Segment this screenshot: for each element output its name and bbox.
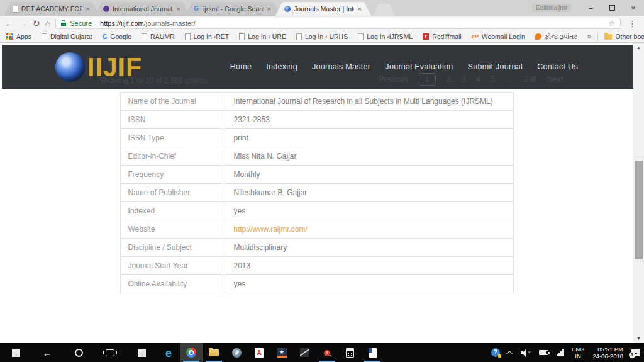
browser-menu-icon[interactable]: ⋮ xyxy=(626,19,639,28)
scroll-down-icon[interactable]: ▼ xyxy=(633,334,644,343)
bookmark-rediffmail[interactable]: rRediffmail xyxy=(423,33,462,40)
divider xyxy=(597,33,598,41)
forward-button[interactable]: → xyxy=(19,19,28,28)
file-explorer-button[interactable] xyxy=(203,343,225,362)
date-text: 24-06-2018 xyxy=(592,353,623,359)
browser-toolbar: ← → ↻ ⌂ Secure https://iijif.com/journal… xyxy=(0,16,644,31)
task-view-button[interactable] xyxy=(94,343,126,362)
calculator-button[interactable] xyxy=(338,343,361,362)
battery-icon[interactable] xyxy=(539,350,548,355)
pagination-page-236[interactable]: 236 xyxy=(524,75,536,84)
pagination-page-2[interactable]: 2 xyxy=(447,75,451,84)
other-bookmarks-label: Other bookmarks xyxy=(615,33,644,40)
row-value: Multidisciplinary xyxy=(226,238,513,256)
tab-close-icon[interactable]: × xyxy=(176,5,181,13)
tab-journals-master-active[interactable]: Journals Master | Interna × xyxy=(275,2,371,16)
pagination-page-1[interactable]: 1 xyxy=(419,73,436,86)
edge-button[interactable]: e xyxy=(157,343,180,362)
table-row: Name of PublisherNileshkumar B. Gajjar xyxy=(120,183,513,201)
network-signal-icon[interactable] xyxy=(557,349,564,356)
browser-profile-name[interactable]: Editorialjmr xyxy=(532,4,571,12)
tab-close-icon[interactable]: × xyxy=(267,5,272,13)
pagination-page-5[interactable]: 5 xyxy=(491,75,496,84)
back-button[interactable]: ← xyxy=(5,19,14,28)
bookmark-digital-gujarat[interactable]: Digital Gujarat xyxy=(42,33,92,40)
apps-shortcut[interactable]: Apps xyxy=(6,33,31,40)
bookmark-raumr[interactable]: RAUMR xyxy=(142,33,175,40)
bookmark-login-urhs[interactable]: Log In ‹ URHS xyxy=(296,33,348,40)
star-app-icon: ★ xyxy=(277,348,287,358)
maximize-button[interactable] xyxy=(601,0,623,16)
table-row: FrequencyMonthly xyxy=(120,165,513,183)
nav-contact-us[interactable]: Contact Us xyxy=(537,62,578,71)
start-button[interactable] xyxy=(0,343,31,362)
volume-muted-icon[interactable]: × xyxy=(521,349,531,356)
new-tab-button[interactable] xyxy=(374,4,395,16)
pinned-app-grid-button[interactable] xyxy=(126,343,157,362)
paint3d-button[interactable] xyxy=(225,343,248,362)
bookmark-login-ret[interactable]: Log In ‹RET xyxy=(185,33,230,40)
star-app-button[interactable]: ★ xyxy=(270,343,293,362)
bookmark-google[interactable]: GGoogle xyxy=(102,33,131,40)
address-bar[interactable]: Secure https://iijif.com/journals-master… xyxy=(55,18,621,29)
pagination-next[interactable]: Next xyxy=(547,75,563,84)
notification-count-badge: 1 xyxy=(629,352,635,358)
bookmark-font-converter[interactable]: ફોન્ટ રૂપાંતર xyxy=(535,33,577,41)
row-value: yes xyxy=(226,201,513,220)
nav-home[interactable]: Home xyxy=(230,62,252,71)
nav-journal-evaluation[interactable]: Journal Evaluation xyxy=(385,62,453,71)
language-indicator[interactable]: ENGIN xyxy=(572,346,585,359)
site-nav: Home Indexing Journals Master Journal Ev… xyxy=(230,62,578,71)
bookmark-label: Log In ‹ URHS xyxy=(305,33,348,40)
bookmark-webmail-login[interactable]: cPWebmail Login xyxy=(472,33,525,40)
tab-google-search[interactable]: G ijrsml - Google Search × xyxy=(185,2,280,16)
refresh-button[interactable]: ↻ xyxy=(33,19,40,28)
row-value: yes xyxy=(226,274,513,293)
tab-close-icon[interactable]: × xyxy=(86,5,91,13)
pagination-previous[interactable]: Previous xyxy=(379,75,408,84)
action-center-icon[interactable]: 1 xyxy=(631,349,640,356)
nav-indexing[interactable]: Indexing xyxy=(266,62,297,71)
minimize-button[interactable]: – xyxy=(580,0,601,16)
chrome-button[interactable] xyxy=(180,343,203,362)
tab-close-icon[interactable]: × xyxy=(357,5,362,13)
acrobat-button[interactable]: A xyxy=(248,343,270,362)
bookmark-login-ure[interactable]: Log In ‹ URE xyxy=(239,33,286,40)
tab-ret-academy[interactable]: RET ACADEMY FOR INTE × xyxy=(4,2,99,16)
cortana-icon xyxy=(75,349,83,357)
word-processor-button[interactable] xyxy=(361,343,384,362)
row-value: Monthly xyxy=(226,165,513,183)
website-link[interactable]: http://www.raijmr.com/ xyxy=(234,225,308,234)
font-converter-icon xyxy=(535,33,541,40)
bookmark-star-icon[interactable]: ☆ xyxy=(608,19,615,28)
folder-icon xyxy=(604,34,612,40)
dark-app-button[interactable] xyxy=(293,343,316,362)
other-bookmarks-button[interactable]: Other bookmarks xyxy=(604,33,644,40)
bookmark-login-ijrsml[interactable]: Log In ‹IJRSML xyxy=(358,33,413,40)
nav-journals-master[interactable]: Journals Master xyxy=(312,62,370,71)
home-button[interactable]: ⌂ xyxy=(45,19,50,28)
messaging-app-button[interactable]: 1 xyxy=(316,343,338,362)
row-label: ISSN xyxy=(120,110,226,128)
taskbar-back-button[interactable]: ← xyxy=(31,343,63,362)
pagination-page-3[interactable]: 3 xyxy=(461,75,465,84)
tab-title: ijrsml - Google Search xyxy=(203,5,264,13)
row-label: Editor-in-Chief xyxy=(120,147,226,165)
cortana-button[interactable] xyxy=(63,343,94,362)
tray-expand-icon[interactable] xyxy=(506,350,513,356)
tab-international-journal[interactable]: International Journal of R × xyxy=(94,2,190,16)
close-window-button[interactable]: × xyxy=(623,0,644,16)
clock[interactable]: 05:51 PM24-06-2018 xyxy=(592,346,623,359)
help-tray-icon[interactable]: ? xyxy=(491,348,500,357)
page-scrollbar[interactable]: ▲ ▼ xyxy=(633,43,644,343)
pagination-page-4[interactable]: 4 xyxy=(476,75,480,84)
dark-app-icon xyxy=(300,348,309,357)
bookmark-label: Log In ‹RET xyxy=(194,33,230,40)
bookmarks-overflow-icon[interactable]: » xyxy=(587,32,592,41)
table-row: Indexedyes xyxy=(120,201,513,220)
nav-submit-journal[interactable]: Submit Journal xyxy=(468,62,523,71)
scroll-up-icon[interactable]: ▲ xyxy=(633,43,644,52)
row-value: 2013 xyxy=(226,256,513,274)
document-icon xyxy=(13,6,18,13)
scrollbar-thumb[interactable] xyxy=(635,161,643,259)
